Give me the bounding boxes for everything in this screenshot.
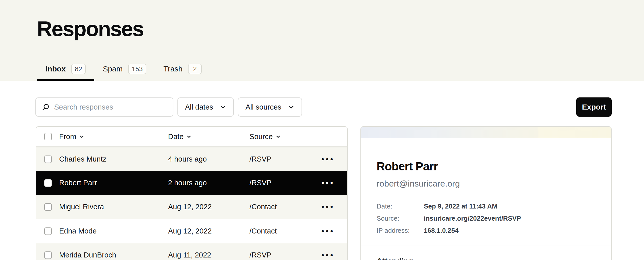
meta-value: Sep 9, 2022 at 11:43 AM xyxy=(424,202,595,210)
row-menu-button[interactable]: ••• xyxy=(321,251,335,259)
tab-trash[interactable]: Trash 2 xyxy=(155,59,211,81)
tab-trash-label: Trash xyxy=(164,65,183,73)
row-menu-button[interactable]: ••• xyxy=(321,179,335,187)
row-checkbox[interactable] xyxy=(44,251,52,259)
meta-row-ip: IP address: 168.1.0.254 xyxy=(377,224,595,237)
sort-chevron-icon xyxy=(276,134,281,139)
table-row[interactable]: Charles Muntz 4 hours ago /RSVP ••• xyxy=(36,147,347,171)
date-filter-label: All dates xyxy=(185,103,213,111)
responses-page: Responses Inbox 82 Spam 153 Trash 2 xyxy=(0,0,644,260)
attending-section-heading: Attending: xyxy=(377,257,595,260)
date-filter-dropdown[interactable]: All dates xyxy=(177,97,234,117)
meta-label: IP address: xyxy=(377,227,424,235)
row-from: Edna Mode xyxy=(59,227,168,235)
tab-inbox-count-badge: 82 xyxy=(71,64,86,74)
table-row[interactable]: Edna Mode Aug 12, 2022 /Contact ••• xyxy=(36,219,347,243)
row-menu-button[interactable]: ••• xyxy=(321,203,335,211)
tab-inbox-label: Inbox xyxy=(45,65,66,73)
row-date: 2 hours ago xyxy=(168,179,249,187)
chevron-down-icon xyxy=(220,104,226,110)
row-checkbox[interactable] xyxy=(44,155,52,163)
row-source: /Contact xyxy=(249,227,320,235)
row-from: Miguel Rivera xyxy=(59,203,168,211)
row-source: /Contact xyxy=(249,203,320,211)
meta-value: insuricare.org/2022event/RSVP xyxy=(424,215,595,222)
responses-table: From Date Source Charles Muntz 4 hours a… xyxy=(36,126,348,260)
search-box[interactable] xyxy=(35,97,173,117)
row-checkbox[interactable] xyxy=(44,227,52,235)
search-icon xyxy=(42,103,50,111)
row-from: Charles Muntz xyxy=(59,155,168,163)
detail-gradient-banner xyxy=(361,127,611,138)
row-from: Robert Parr xyxy=(59,179,168,187)
content-area: From Date Source Charles Muntz 4 hours a… xyxy=(36,126,612,260)
respondent-email: robert@insuricare.org xyxy=(377,179,595,189)
meta-row-source: Source: insuricare.org/2022event/RSVP xyxy=(377,212,595,224)
export-button[interactable]: Export xyxy=(576,97,612,117)
row-checkbox[interactable] xyxy=(44,203,52,211)
sort-chevron-icon xyxy=(187,134,191,139)
detail-divider xyxy=(361,246,611,246)
row-date: 4 hours ago xyxy=(168,155,249,163)
row-menu-button[interactable]: ••• xyxy=(321,155,335,163)
sort-chevron-icon xyxy=(79,134,84,139)
meta-value: 168.1.0.254 xyxy=(424,227,595,235)
column-header-date[interactable]: Date xyxy=(168,133,249,141)
page-header: Responses Inbox 82 Spam 153 Trash 2 xyxy=(0,0,644,81)
column-header-source[interactable]: Source xyxy=(249,133,320,141)
response-meta: Date: Sep 9, 2022 at 11:43 AM Source: in… xyxy=(377,200,595,237)
row-from: Merida DunBroch xyxy=(59,251,168,259)
source-filter-dropdown[interactable]: All sources xyxy=(238,97,302,117)
page-title: Responses xyxy=(37,17,644,41)
meta-label: Date: xyxy=(377,202,424,210)
tab-spam-label: Spam xyxy=(103,65,123,73)
table-row-selected[interactable]: Robert Parr 2 hours ago /RSVP ••• xyxy=(36,171,347,195)
row-date: Aug 12, 2022 xyxy=(168,203,249,211)
tab-spam-count-badge: 153 xyxy=(128,64,146,74)
tab-inbox[interactable]: Inbox 82 xyxy=(37,59,94,81)
response-detail-panel: Robert Parr robert@insuricare.org Date: … xyxy=(360,126,612,260)
chevron-down-icon xyxy=(288,104,294,110)
column-header-from[interactable]: From xyxy=(59,133,168,141)
select-all-checkbox[interactable] xyxy=(44,133,52,140)
meta-row-date: Date: Sep 9, 2022 at 11:43 AM xyxy=(377,200,595,212)
source-filter-label: All sources xyxy=(245,103,281,111)
row-source: /RSVP xyxy=(249,251,320,259)
row-checkbox[interactable] xyxy=(44,179,52,187)
table-header-row: From Date Source xyxy=(36,127,347,147)
tab-trash-count-badge: 2 xyxy=(188,64,202,74)
toolbar: All dates All sources Export xyxy=(35,97,612,117)
table-row[interactable]: Merida DunBroch Aug 11, 2022 /RSVP ••• xyxy=(36,243,347,260)
row-source: /RSVP xyxy=(249,155,320,163)
meta-label: Source: xyxy=(377,215,424,222)
table-row[interactable]: Miguel Rivera Aug 12, 2022 /Contact ••• xyxy=(36,195,347,219)
tab-bar: Inbox 82 Spam 153 Trash 2 xyxy=(37,59,644,81)
tab-spam[interactable]: Spam 153 xyxy=(94,59,155,81)
respondent-name: Robert Parr xyxy=(377,160,595,173)
row-date: Aug 12, 2022 xyxy=(168,227,249,235)
search-input[interactable] xyxy=(54,103,167,111)
row-menu-button[interactable]: ••• xyxy=(321,227,335,235)
row-date: Aug 11, 2022 xyxy=(168,251,249,259)
row-source: /RSVP xyxy=(249,179,320,187)
